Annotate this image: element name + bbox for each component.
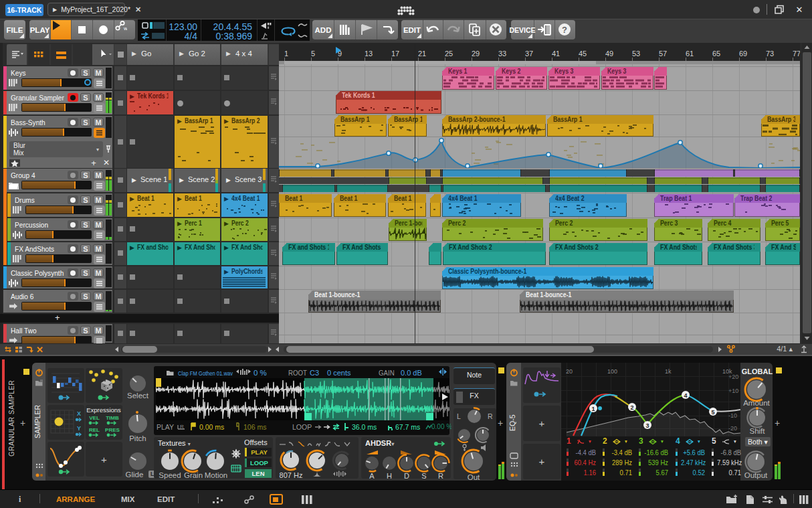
svg-text:-20: -20: [728, 425, 737, 432]
svg-text:REL: REL: [89, 427, 100, 433]
svg-text:-10: -10: [728, 412, 737, 419]
svg-text:4: 4: [684, 392, 687, 399]
svg-text:Y: Y: [77, 425, 81, 432]
svg-text:17: 17: [391, 50, 399, 58]
svg-text:37: 37: [525, 50, 533, 58]
svg-text:w: w: [123, 25, 127, 31]
svg-text:20: 20: [566, 368, 573, 375]
svg-text:33: 33: [498, 50, 506, 58]
svg-text:3: 3: [645, 422, 649, 429]
svg-text:?: ?: [562, 25, 567, 35]
svg-text:Expressions: Expressions: [86, 406, 121, 414]
svg-text:61: 61: [686, 50, 694, 58]
svg-text:VEL: VEL: [89, 415, 100, 421]
svg-text:25: 25: [445, 50, 453, 58]
svg-text:5: 5: [711, 409, 714, 416]
svg-text:73: 73: [766, 50, 774, 58]
svg-text:+20: +20: [728, 373, 738, 380]
svg-text:1: 1: [284, 50, 288, 58]
svg-text:53: 53: [632, 50, 640, 58]
svg-text:21: 21: [418, 50, 426, 58]
svg-text:1k: 1k: [665, 368, 672, 375]
svg-text:77: 77: [793, 50, 800, 58]
svg-text:69: 69: [739, 50, 747, 58]
svg-text:13: 13: [365, 50, 373, 58]
svg-text:41: 41: [552, 50, 560, 58]
svg-text:R: R: [180, 424, 184, 430]
svg-text:TIMB: TIMB: [106, 415, 119, 421]
svg-text:X: X: [77, 410, 81, 417]
svg-text:PRES: PRES: [105, 427, 120, 433]
svg-text:100: 100: [607, 368, 617, 375]
svg-text:5: 5: [311, 50, 315, 58]
svg-text:29: 29: [472, 50, 480, 58]
svg-text:57: 57: [659, 50, 667, 58]
svg-text:65: 65: [712, 50, 720, 58]
svg-text:45: 45: [579, 50, 587, 58]
svg-text:+10: +10: [728, 388, 738, 394]
svg-text:1: 1: [591, 406, 595, 412]
svg-text:49: 49: [605, 50, 613, 58]
svg-text:2: 2: [630, 404, 633, 411]
